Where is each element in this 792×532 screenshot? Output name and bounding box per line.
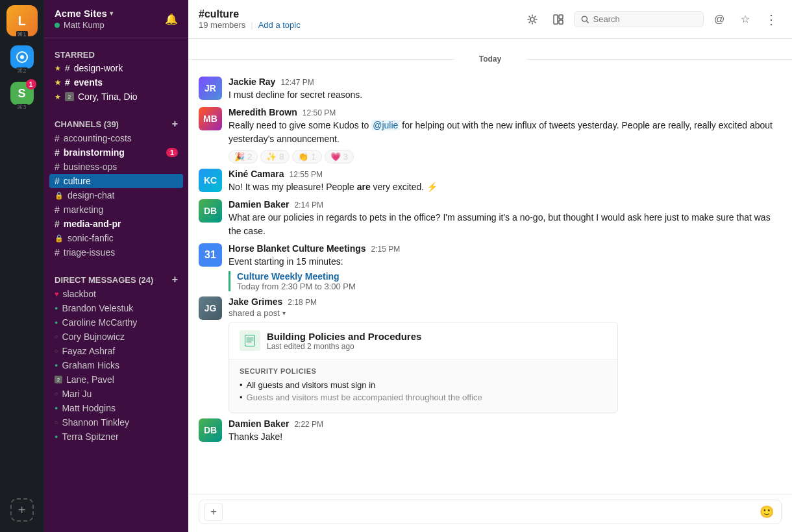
- sidebar-item-brainstorming[interactable]: # brainstorming 1: [49, 145, 183, 160]
- online-status-icon: ●: [55, 405, 58, 411]
- reaction-button[interactable]: 💗3: [325, 150, 354, 163]
- chevron-down-icon: ▾: [282, 309, 286, 317]
- message-row: KC Kiné Camara 12:55 PM No! It was my pl…: [188, 166, 792, 197]
- at-icon-button[interactable]: @: [709, 9, 730, 30]
- app-icon-2[interactable]: ⌘2: [6, 42, 38, 73]
- event-time: Today from 2:30 PM to 3:00 PM: [237, 282, 782, 291]
- svg-point-6: [582, 16, 587, 21]
- sidebar-item-label: design-chat: [68, 190, 114, 200]
- starred-label: STARRED: [55, 50, 95, 60]
- reaction-button[interactable]: 👏1: [292, 150, 321, 163]
- unread-badge: 1: [166, 148, 178, 157]
- sidebar-item-dm-matt[interactable]: ● Matt Hodgins: [49, 401, 183, 415]
- add-workspace-button[interactable]: +: [10, 498, 34, 522]
- svg-rect-4: [559, 15, 563, 19]
- sidebar-item-design-chat[interactable]: 🔒 design-chat: [49, 188, 183, 202]
- app-icon-acme[interactable]: L ⌘1: [6, 5, 38, 36]
- sidebar-item-dm-brandon[interactable]: ● Brandon Velestuk: [49, 301, 183, 315]
- sidebar-item-dm-caroline[interactable]: ● Caroline McCarthy: [49, 315, 183, 330]
- sidebar-item-business-ops[interactable]: # business-ops: [49, 160, 183, 174]
- svg-rect-5: [559, 20, 563, 24]
- message-time: 2:18 PM: [288, 298, 317, 307]
- event-title[interactable]: Culture Weekly Meeting: [237, 271, 782, 282]
- channels-section-header[interactable]: CHANNELS (39) +: [49, 117, 183, 131]
- message-time: 12:47 PM: [280, 78, 314, 87]
- message-text: No! It was my pleasure! People are very …: [229, 180, 782, 194]
- sidebar-item-dm-group[interactable]: ★ 2 Cory, Tina, Dio: [49, 90, 183, 104]
- post-card[interactable]: Building Policies and Procedures Last ed…: [229, 322, 618, 413]
- message-text: Event starting in 15 minutes:: [229, 255, 782, 269]
- app-badge: 1: [26, 79, 36, 90]
- sidebar-item-accounting-costs[interactable]: # accounting-costs: [49, 131, 183, 145]
- app-icon-3[interactable]: S 1 ⌘3: [6, 78, 38, 109]
- sidebar-item-label: brainstorming: [64, 147, 125, 158]
- sidebar-item-dm-cory[interactable]: ○ Cory Bujnowicz: [49, 330, 183, 344]
- emoji-picker-button[interactable]: 🙂: [758, 503, 776, 521]
- message-row-calendar: 31 Horse Blanket Culture Meetings 2:15 P…: [188, 241, 792, 294]
- online-status-icon: ●: [55, 305, 58, 311]
- add-dm-icon[interactable]: +: [172, 274, 178, 285]
- message-author: Jackie Ray: [229, 77, 275, 87]
- offline-status-icon: ○: [55, 419, 58, 426]
- offline-status-icon: ○: [55, 348, 58, 354]
- message-input[interactable]: [228, 503, 752, 521]
- offline-status-icon: ○: [55, 391, 58, 397]
- sidebar-item-label: Mari Ju: [62, 389, 92, 399]
- sidebar-item-dm-mari[interactable]: ○ Mari Ju: [49, 387, 183, 401]
- svg-rect-3: [554, 15, 558, 24]
- sidebar-item-design-work[interactable]: ★ # design-work: [49, 61, 183, 75]
- multi-avatar-icon: 2: [55, 376, 62, 383]
- slackbot-heart-icon: ♥: [55, 290, 59, 298]
- search-input[interactable]: [593, 14, 697, 24]
- event-card: Culture Weekly Meeting Today from 2:30 P…: [229, 271, 782, 291]
- post-document-icon: [240, 330, 260, 351]
- avatar: KC: [199, 169, 222, 192]
- message-row-shared-post: JG Jake Grimes 2:18 PM shared a post ▾: [188, 294, 792, 416]
- sidebar-item-dm-lane-pavel[interactable]: 2 Lane, Pavel: [49, 372, 183, 387]
- avatar: DB: [199, 418, 222, 442]
- settings-icon-button[interactable]: [522, 9, 543, 30]
- add-topic-link[interactable]: Add a topic: [258, 20, 301, 30]
- star-icon: ★: [55, 79, 61, 87]
- hash-icon: #: [55, 162, 60, 172]
- svg-point-2: [530, 18, 534, 21]
- workspace-name-button[interactable]: Acme Sites ▾: [55, 8, 113, 19]
- star-icon-button[interactable]: ☆: [735, 9, 756, 30]
- message-author: Horse Blanket Culture Meetings: [229, 243, 366, 254]
- reaction-button[interactable]: 🎉2: [229, 150, 258, 163]
- sidebar-item-triage-issues[interactable]: # triage-issues: [49, 245, 183, 260]
- add-channel-icon[interactable]: +: [172, 118, 178, 130]
- attach-button[interactable]: +: [204, 503, 223, 521]
- layout-icon-button[interactable]: [548, 9, 569, 30]
- sidebar-item-label: Lane, Pavel: [66, 374, 114, 385]
- sidebar-item-sonic-fanfic[interactable]: 🔒 sonic-fanfic: [49, 231, 183, 245]
- messages-area: Today JR Jackie Ray 12:47 PM I must decl…: [188, 39, 792, 494]
- reaction-button[interactable]: ✨8: [260, 150, 290, 163]
- sidebar-item-dm-shannon[interactable]: ○ Shannon Tinkley: [49, 415, 183, 429]
- sidebar-item-label: triage-issues: [64, 247, 115, 258]
- sidebar-item-label: accounting-costs: [64, 133, 132, 143]
- sidebar-item-culture[interactable]: # culture: [49, 174, 183, 188]
- sidebar-item-media-and-pr[interactable]: # media-and-pr: [49, 217, 183, 231]
- message-author: Damien Baker: [229, 418, 289, 429]
- sidebar-item-marketing[interactable]: # marketing: [49, 202, 183, 217]
- sidebar-item-slackbot[interactable]: ♥ slackbot: [49, 287, 183, 301]
- dm-section-header[interactable]: DIRECT MESSAGES (24) +: [49, 272, 183, 287]
- sidebar-item-label: marketing: [64, 204, 103, 215]
- sidebar-item-dm-graham[interactable]: ● Graham Hicks: [49, 358, 183, 372]
- sidebar-item-dm-fayaz[interactable]: ○ Fayaz Ashraf: [49, 344, 183, 358]
- star-icon: ★: [55, 93, 61, 101]
- starred-section-header[interactable]: STARRED: [49, 49, 183, 61]
- lock-icon: 🔒: [55, 191, 64, 200]
- notification-bell-icon[interactable]: 🔔: [165, 13, 178, 25]
- search-bar[interactable]: [574, 11, 704, 27]
- online-status-icon: ●: [55, 433, 58, 440]
- hash-icon: #: [55, 204, 60, 215]
- avatar: DB: [199, 199, 222, 223]
- sidebar-item-dm-terra[interactable]: ● Terra Spitzner: [49, 429, 183, 444]
- message-row: DB Damien Baker 2:22 PM Thanks Jake!: [188, 416, 792, 446]
- member-count: 19 members: [199, 20, 245, 30]
- avatar: MB: [199, 107, 222, 130]
- sidebar-item-events[interactable]: ★ # events: [49, 75, 183, 90]
- more-options-icon-button[interactable]: ⋮: [761, 9, 782, 30]
